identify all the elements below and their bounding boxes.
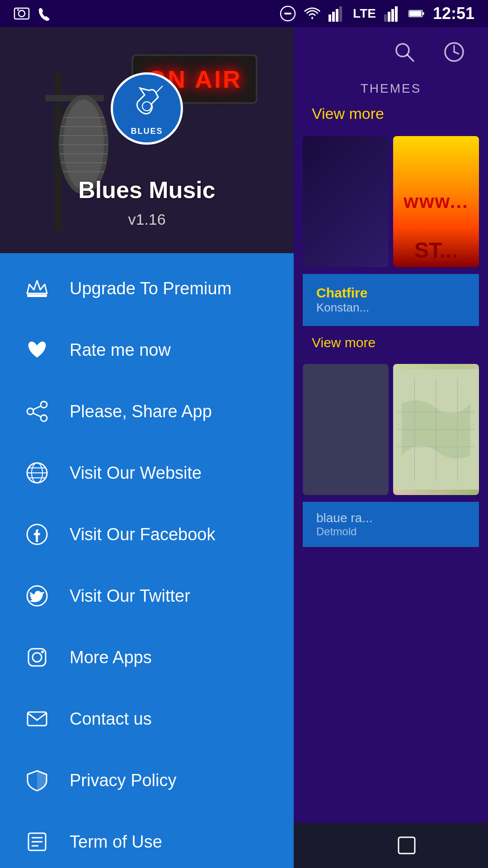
do-not-disturb-icon [280,5,296,22]
svg-rect-11 [391,9,394,22]
website-label: Visit Our Website [70,463,202,483]
signal2-icon [384,5,400,22]
info-card-subtitle-1: Konstan... [316,301,465,315]
theme-item-map[interactable] [393,364,479,495]
svg-rect-4 [284,13,291,14]
theme-item-fire[interactable]: www... ST... [393,136,479,267]
rate-label: Rate me now [70,340,171,360]
drawer-panel: ON AIR BLUES Blues Music v1.16 [0,27,294,868]
menu-item-share[interactable]: Please, Share App [0,381,294,442]
status-right-icons: LTE 12:51 [280,4,474,23]
menu-item-rate[interactable]: Rate me now [0,319,294,381]
map-svg [393,364,479,495]
lte-label: LTE [353,6,376,21]
info-card-1: Chatfire Konstan... [303,274,479,326]
status-bar: LTE 12:51 [0,0,488,27]
fire-theme-text: www... [404,191,468,212]
shield-icon [23,766,52,795]
main-container: ON AIR BLUES Blues Music v1.16 [0,27,488,868]
drawer-header: ON AIR BLUES Blues Music v1.16 [0,27,294,253]
menu-item-contact[interactable]: Contact us [0,688,294,750]
battery-icon [408,5,425,22]
bottom-info-title: blaue ra... [316,511,465,525]
privacy-label: Privacy Policy [70,771,177,790]
status-left-icons [14,5,53,22]
svg-rect-7 [336,9,338,22]
view-more-1[interactable]: View more [294,96,488,132]
svg-rect-14 [422,12,424,15]
app-logo-circle: BLUES [111,72,183,145]
crown-icon [23,274,52,303]
svg-rect-5 [328,14,331,22]
svg-point-29 [142,102,151,111]
theme-item-dark[interactable] [303,136,389,267]
svg-point-34 [41,415,47,421]
app-title: Blues Music [78,176,215,203]
more-apps-label: More Apps [70,648,152,667]
facebook-label: Visit Our Facebook [70,525,215,544]
bottom-info-subtitle: Detmold [316,525,465,538]
svg-line-57 [454,52,459,54]
svg-rect-10 [388,12,390,22]
menu-item-more-apps[interactable]: More Apps [0,627,294,688]
menu-item-twitter[interactable]: Visit Our Twitter [0,565,294,627]
signal-icon [328,5,345,22]
svg-rect-48 [28,712,47,726]
themes-grid-1: www... ST... [294,132,488,272]
themes-label: THEMES [294,81,488,96]
clock-icon[interactable] [438,36,470,68]
menu-item-website[interactable]: Visit Our Website [0,442,294,504]
menu-item-facebook[interactable]: Visit Our Facebook [0,504,294,565]
menu-item-privacy[interactable]: Privacy Policy [0,750,294,811]
right-panel: THEMES View more www... ST... Chatfire K… [294,27,488,868]
twitter-label: Visit Our Twitter [70,586,190,606]
svg-line-54 [407,55,413,61]
menu-item-terms[interactable]: Term of Use [0,811,294,868]
view-more-2[interactable]: View more [294,326,488,359]
app-version: v1.16 [128,211,165,228]
theme-item-radio[interactable] [303,364,389,495]
svg-line-31 [158,86,163,90]
guitar-icon [124,81,169,127]
svg-rect-0 [14,8,29,19]
recent-button[interactable] [389,827,425,863]
svg-rect-32 [27,294,47,297]
menu-items-list: Upgrade To Premium Rate me now [0,253,294,868]
header-background: ON AIR BLUES Blues Music v1.16 [0,27,294,253]
bottom-info-card: blaue ra... Detmold [303,502,479,547]
svg-rect-8 [339,6,342,22]
svg-line-36 [33,406,41,410]
fire-theme-subtext: ST... [393,238,479,263]
svg-point-33 [41,401,47,408]
themes-grid-2 [294,359,488,500]
svg-point-35 [27,408,33,415]
twitter-icon [23,581,52,610]
svg-line-37 [33,413,41,417]
instagram-icon [23,643,52,672]
contact-label: Contact us [70,709,152,729]
status-time: 12:51 [433,4,474,23]
svg-point-47 [41,651,44,653]
photo-icon [14,5,30,22]
svg-point-46 [33,653,42,662]
logo-blues-text: BLUES [131,127,163,136]
right-top-bar [294,27,488,77]
globe-icon [23,458,52,487]
wifi-icon [304,5,320,22]
facebook-icon [23,520,52,549]
list-icon [23,827,52,856]
share-label: Please, Share App [70,402,212,421]
svg-rect-9 [384,14,387,22]
svg-rect-6 [332,12,335,22]
upgrade-label: Upgrade To Premium [70,279,231,298]
svg-rect-15 [409,11,422,16]
info-card-title-1: Chatfire [316,285,465,301]
svg-point-2 [17,9,19,11]
menu-item-upgrade[interactable]: Upgrade To Premium [0,258,294,319]
svg-point-1 [19,10,25,17]
terms-label: Term of Use [70,832,162,852]
svg-rect-67 [399,837,415,854]
phone-icon [37,5,53,22]
search-icon[interactable] [389,36,420,68]
svg-rect-12 [395,6,398,22]
